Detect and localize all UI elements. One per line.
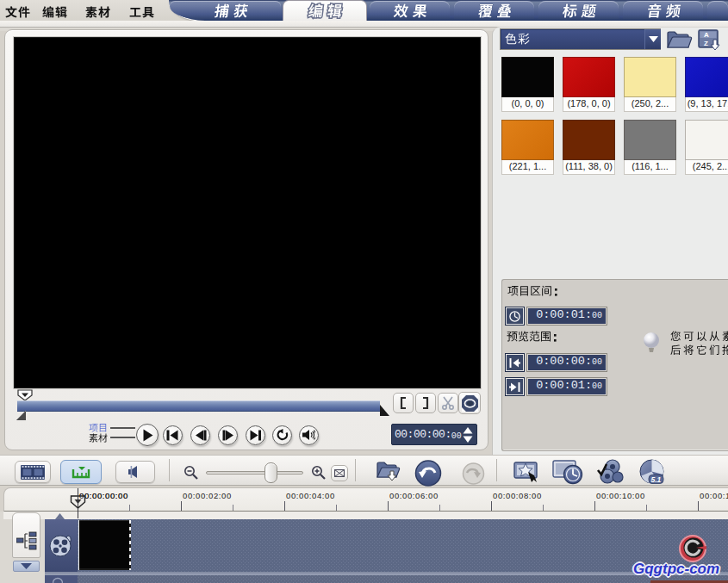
svg-text:5.1: 5.1 — [651, 475, 662, 484]
svg-text:A: A — [704, 31, 709, 39]
svg-text:Z: Z — [704, 40, 708, 47]
